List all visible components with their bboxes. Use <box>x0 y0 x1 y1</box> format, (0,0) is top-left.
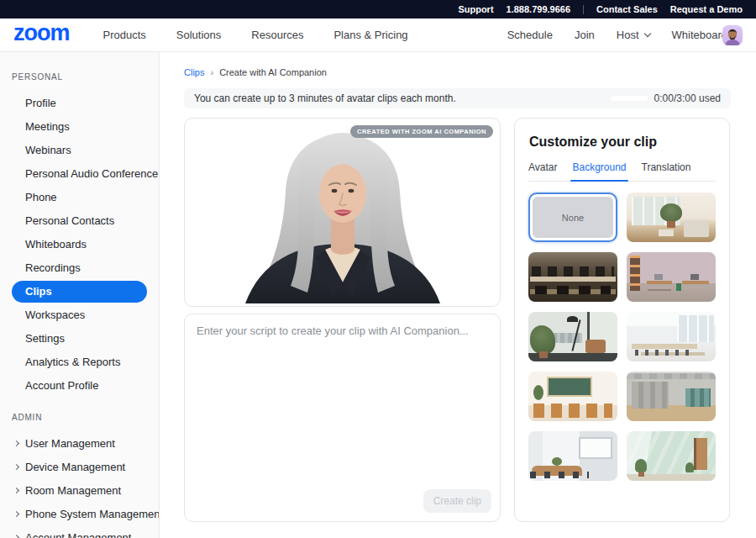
nav-action-whiteboard[interactable]: Whiteboard <box>672 29 727 41</box>
sidebar-personal-list: Profile Meetings Webinars Personal Audio… <box>0 92 159 398</box>
contact-sales-link[interactable]: Contact Sales <box>596 4 658 14</box>
nav-item-solutions[interactable]: Solutions <box>176 29 221 41</box>
tile-art-layer <box>585 340 606 353</box>
sidebar-item-workspaces[interactable]: Workspaces <box>0 303 159 327</box>
customize-title: Customize your clip <box>529 134 716 150</box>
sidebar-item-label: Personal Audio Conference <box>25 167 158 180</box>
chevron-right-icon <box>13 440 19 446</box>
sidebar-item-room-management[interactable]: Room Management <box>0 479 159 503</box>
tile-label: None <box>533 197 613 238</box>
tab-label: Avatar <box>528 161 557 173</box>
breadcrumb-clips-link[interactable]: Clips <box>184 67 204 77</box>
nav-item-label: Products <box>103 29 146 41</box>
quota-usage: 0:00/3:00 used <box>611 92 721 104</box>
tile-art-layer <box>635 350 694 356</box>
tile-art-layer <box>632 344 697 349</box>
tile-art-layer <box>530 472 589 478</box>
chevron-right-icon <box>13 488 19 493</box>
nav-item-products[interactable]: Products <box>103 29 146 41</box>
sidebar-item-label: Webinars <box>25 144 71 156</box>
sidebar-item-personal-audio-conference[interactable]: Personal Audio Conference <box>0 162 159 186</box>
tile-art-layer <box>635 459 647 472</box>
quota-progress-bar <box>611 96 648 101</box>
tile-art-layer <box>535 286 611 294</box>
quota-message: You can create up to 3 minutes of avatar… <box>194 92 456 104</box>
sidebar-item-label: Account Management <box>25 531 131 538</box>
tile-art-layer <box>647 281 672 284</box>
main-content: Clips › Create with AI Companion You can… <box>160 52 756 538</box>
background-options-grid: None <box>528 193 716 481</box>
background-option-pink-office[interactable] <box>627 252 716 302</box>
tile-art-layer <box>547 377 592 397</box>
tab-label: Translation <box>642 161 691 173</box>
nav-action-label: Schedule <box>507 29 553 41</box>
nav-action-schedule[interactable]: Schedule <box>507 29 553 41</box>
nav-item-label: Solutions <box>176 29 221 41</box>
sidebar-item-label: Clips <box>25 285 52 298</box>
breadcrumb: Clips › Create with AI Companion <box>184 67 731 77</box>
background-option-classroom[interactable] <box>528 372 617 421</box>
page-layout: PERSONAL Profile Meetings Webinars Perso… <box>0 52 756 538</box>
background-option-living-room[interactable] <box>627 193 716 242</box>
nav-action-label: Whiteboard <box>672 29 727 41</box>
chevron-right-icon <box>13 464 19 470</box>
topbar-divider <box>583 5 584 14</box>
sidebar-item-label: Account Profile <box>25 379 98 392</box>
sidebar-item-recordings[interactable]: Recordings <box>0 256 159 280</box>
background-option-bright-office[interactable] <box>627 312 716 361</box>
tile-art-layer <box>677 315 714 342</box>
sidebar: PERSONAL Profile Meetings Webinars Perso… <box>0 52 160 538</box>
main-navbar: zoom Products Solutions Resources Plans … <box>0 18 756 52</box>
phone-number: 1.888.799.9666 <box>507 4 570 14</box>
sidebar-item-settings[interactable]: Settings <box>0 327 159 351</box>
request-demo-link[interactable]: Request a Demo <box>670 4 743 14</box>
sidebar-item-phone-system-management[interactable]: Phone System Management <box>0 503 159 526</box>
background-option-window-plant[interactable] <box>528 312 617 361</box>
nav-item-resources[interactable]: Resources <box>251 29 303 41</box>
background-option-factory[interactable] <box>627 372 716 421</box>
tile-art-layer <box>685 388 711 407</box>
tab-avatar[interactable]: Avatar <box>528 161 557 173</box>
sidebar-item-analytics-reports[interactable]: Analytics & Reports <box>0 351 159 374</box>
tile-art-layer <box>682 281 709 284</box>
sidebar-item-user-management[interactable]: User Management <box>0 432 159 456</box>
sidebar-item-account-management[interactable]: Account Management <box>0 526 159 538</box>
background-option-green-room[interactable] <box>627 431 716 481</box>
sidebar-item-label: Device Management <box>25 461 125 473</box>
nav-item-plans-pricing[interactable]: Plans & Pricing <box>333 29 407 41</box>
sidebar-item-label: Phone System Management <box>25 508 160 520</box>
tile-art-layer <box>632 382 669 409</box>
user-avatar[interactable] <box>722 25 743 45</box>
sidebar-item-clips[interactable]: Clips <box>12 281 147 303</box>
background-option-none[interactable]: None <box>528 193 617 242</box>
sidebar-item-whiteboards[interactable]: Whiteboards <box>0 233 159 256</box>
sidebar-item-label: Room Management <box>25 484 121 497</box>
chevron-right-icon <box>13 535 19 538</box>
sidebar-item-profile[interactable]: Profile <box>0 92 159 115</box>
sidebar-item-account-profile[interactable]: Account Profile <box>0 374 159 398</box>
create-clip-button[interactable]: Create clip <box>423 489 491 513</box>
tile-art-layer <box>530 325 555 354</box>
sidebar-item-personal-contacts[interactable]: Personal Contacts <box>0 209 159 233</box>
sidebar-item-phone[interactable]: Phone <box>0 186 159 209</box>
zoom-logo[interactable]: zoom <box>13 22 70 45</box>
sidebar-item-label: User Management <box>25 437 115 450</box>
script-input[interactable] <box>185 314 500 483</box>
sidebar-item-device-management[interactable]: Device Management <box>0 456 159 479</box>
sidebar-personal-label: PERSONAL <box>12 72 159 82</box>
sidebar-item-webinars[interactable]: Webinars <box>0 139 159 162</box>
tile-art-layer <box>694 438 707 470</box>
nav-action-join[interactable]: Join <box>575 29 595 41</box>
tab-translation[interactable]: Translation <box>642 161 691 173</box>
background-option-meeting-room[interactable] <box>528 431 617 481</box>
utility-topbar: Support 1.888.799.9666 Contact Sales Req… <box>0 0 756 18</box>
sidebar-admin-label: ADMIN <box>12 413 159 422</box>
tile-art-layer <box>579 437 612 459</box>
nav-action-host[interactable]: Host <box>617 29 650 41</box>
support-link[interactable]: Support <box>458 4 493 14</box>
breadcrumb-separator-icon: › <box>210 67 213 77</box>
tab-background[interactable]: Background <box>572 161 626 173</box>
background-option-dark-office[interactable] <box>528 252 617 302</box>
sidebar-item-meetings[interactable]: Meetings <box>0 115 159 139</box>
chevron-right-icon <box>13 511 19 517</box>
